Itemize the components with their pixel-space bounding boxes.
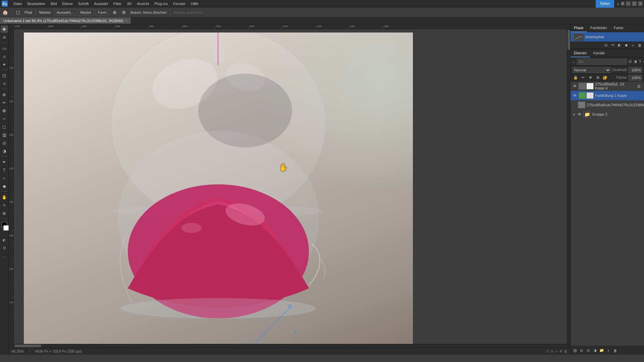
tool-lasso[interactable]: ⌾ bbox=[1, 53, 8, 60]
layer-name-4: Gruppe 2 bbox=[592, 112, 642, 116]
layers-filter-adjust[interactable]: ◑ bbox=[634, 59, 637, 65]
layers-delete-btn[interactable]: 🗑 bbox=[612, 348, 618, 354]
tool-eyedropper[interactable]: ⊘ bbox=[1, 80, 8, 87]
layers-lock-artboard[interactable]: ⊞ bbox=[595, 75, 601, 81]
tab-pfade[interactable]: Pfade bbox=[571, 24, 587, 32]
tool-gradient[interactable]: ▥ bbox=[1, 131, 8, 138]
menu-filter[interactable]: Filter bbox=[111, 1, 124, 6]
tool-history-brush[interactable]: ↩ bbox=[1, 115, 8, 122]
layer-link-1[interactable]: ⛓ bbox=[636, 83, 642, 89]
menu-ansicht[interactable]: Ansicht bbox=[134, 1, 152, 6]
path-thumbnail bbox=[573, 33, 583, 41]
layers-group-btn[interactable]: 📁 bbox=[599, 348, 605, 354]
path-tool-fill[interactable]: ◎ bbox=[603, 42, 609, 48]
tool-move[interactable]: ✥ bbox=[1, 25, 8, 33]
layers-lock-all[interactable]: 🔐 bbox=[602, 75, 608, 81]
close-button[interactable]: × bbox=[638, 1, 643, 6]
tool-rotate-view[interactable]: ↻ bbox=[1, 201, 8, 209]
canvas-scroll[interactable]: ✋ bbox=[14, 29, 570, 347]
tool-blur[interactable]: ◎ bbox=[1, 139, 8, 146]
layer-item-3[interactable]: 👁 275cd85e81dc7f4f4d276c2c23386c01 bbox=[571, 100, 644, 110]
layer-item-4[interactable]: ▶ 👁 📁 Gruppe 2 bbox=[571, 110, 644, 119]
tool-dodge[interactable]: ◑ bbox=[1, 147, 8, 155]
tool-clone[interactable]: ✿ bbox=[1, 107, 8, 114]
tool-text[interactable]: T bbox=[1, 166, 8, 174]
layers-lock-paint[interactable]: ✏ bbox=[580, 75, 586, 81]
path-tool-new[interactable]: + bbox=[630, 42, 636, 48]
layers-adjust-btn[interactable]: ◑ bbox=[592, 348, 598, 354]
tab-farbe[interactable]: Farbe bbox=[610, 24, 627, 32]
target-icon[interactable]: ⊕ bbox=[111, 9, 118, 16]
minimize-button[interactable]: − bbox=[626, 1, 631, 6]
tool-screen-mode[interactable]: ⊟ bbox=[1, 244, 8, 251]
layers-search-input[interactable] bbox=[577, 59, 627, 65]
path-tool-stroke[interactable]: ✏ bbox=[610, 42, 616, 48]
tool-brush[interactable]: ✏ bbox=[1, 99, 8, 106]
doc-tab-close[interactable]: × bbox=[125, 19, 127, 22]
opacity-input[interactable] bbox=[629, 67, 642, 73]
tool-hand[interactable]: ✋ bbox=[1, 193, 8, 201]
menu-bearbeiten[interactable]: Bearbeiten bbox=[25, 1, 48, 6]
layer-item-1[interactable]: 👁 275cd85e81d...01 Kopie 4 ⛓ bbox=[571, 81, 644, 91]
layers-link-btn[interactable]: ⛓ bbox=[572, 348, 578, 354]
tool-magic-wand[interactable]: ✦ bbox=[1, 61, 8, 68]
document-tab-active[interactable]: Unbenannt-1 bei 66,4% (275cd85e81dc7f4f4… bbox=[0, 17, 131, 24]
layer-visibility-2[interactable]: 👁 bbox=[573, 93, 577, 98]
tool-pen[interactable]: ✒ bbox=[1, 158, 8, 166]
menu-ebene[interactable]: Ebene bbox=[59, 1, 75, 6]
layers-new-btn[interactable]: + bbox=[605, 348, 611, 354]
tool-artboard[interactable]: ⊞ bbox=[1, 34, 8, 41]
menu-schrift[interactable]: Schrift bbox=[75, 1, 91, 6]
tool-more[interactable]: … bbox=[1, 252, 8, 259]
menu-3d[interactable]: 3D bbox=[124, 1, 134, 6]
layers-fx-btn[interactable]: fx bbox=[579, 348, 585, 354]
blend-mode-select[interactable]: Normal bbox=[573, 67, 611, 73]
scrollbar-vertical[interactable] bbox=[567, 29, 570, 347]
tool-crop[interactable]: ⊡ bbox=[1, 72, 8, 79]
path-tool-delete[interactable]: 🗑 bbox=[637, 42, 643, 48]
menu-fenster[interactable]: Fenster bbox=[170, 1, 188, 6]
tab-kanaele[interactable]: Kanäle bbox=[590, 49, 608, 57]
background-color[interactable] bbox=[3, 225, 9, 231]
tool-healing[interactable]: ⊕ bbox=[1, 91, 8, 98]
share-button[interactable]: Teilen bbox=[596, 0, 614, 8]
svg-text:1400: 1400 bbox=[9, 100, 14, 103]
menu-bild[interactable]: Bild bbox=[48, 1, 59, 6]
tool-shape[interactable]: ◆ bbox=[1, 182, 8, 190]
maske-button[interactable]: Maske bbox=[78, 9, 94, 16]
tool-home[interactable]: 🏠 bbox=[1, 9, 9, 16]
layer-item-2[interactable]: 👁 Farbfüllung 1 Kopie bbox=[571, 91, 644, 100]
search-icon-toolbar[interactable]: ⌕ bbox=[617, 1, 620, 6]
tab-ebenen[interactable]: Ebenen bbox=[571, 49, 590, 57]
tool-mask-mode[interactable]: ◐ bbox=[1, 236, 8, 243]
menu-datei[interactable]: Datei bbox=[11, 1, 25, 6]
menu-auswahl[interactable]: Auswahl bbox=[91, 1, 111, 6]
menu-plugins[interactable]: Plug-ins bbox=[152, 1, 170, 6]
menu-hilfe[interactable]: Hilfe bbox=[188, 1, 201, 6]
tool-select-shape[interactable]: ◻ bbox=[14, 9, 22, 16]
path-item-arbeitspfad[interactable]: Arbeitspfad bbox=[571, 32, 644, 42]
tab-farbfelder[interactable]: Farbfelder bbox=[587, 24, 610, 32]
layer-visibility-1[interactable]: 👁 bbox=[573, 84, 577, 88]
layers-lock-move[interactable]: ✥ bbox=[587, 75, 593, 81]
path-tool-mask[interactable]: ◐ bbox=[616, 42, 623, 48]
tool-path-select[interactable]: ▷ bbox=[1, 174, 8, 182]
maximize-button[interactable]: □ bbox=[632, 1, 637, 6]
settings-icon[interactable]: ⚙ bbox=[120, 9, 128, 16]
layer-collapse-4[interactable]: ▶ bbox=[573, 113, 576, 116]
layers-lock-transparent[interactable]: 🔒 bbox=[573, 75, 579, 81]
scrollbar-horizontal[interactable] bbox=[14, 344, 570, 347]
layer-visibility-3[interactable]: 👁 bbox=[573, 103, 577, 107]
tool-rect-select[interactable]: ▭ bbox=[1, 45, 8, 52]
layers-filter-pixel[interactable]: ⊡ bbox=[629, 59, 632, 65]
layers-mask-btn[interactable]: ◎ bbox=[585, 348, 591, 354]
tool-eraser[interactable]: ◻ bbox=[1, 123, 8, 130]
path-tool-shape[interactable]: ◆ bbox=[623, 42, 629, 48]
arrange-icon[interactable]: ⊞ bbox=[621, 1, 625, 6]
form-button[interactable]: Form bbox=[96, 9, 109, 16]
layer-visibility-4[interactable]: 👁 bbox=[577, 112, 582, 117]
layers-filter-text[interactable]: T bbox=[639, 59, 641, 65]
fill-input[interactable] bbox=[629, 75, 642, 81]
auswahl-button[interactable]: Auswahl... bbox=[54, 9, 76, 16]
tool-zoom[interactable]: ⊕ bbox=[1, 209, 8, 217]
